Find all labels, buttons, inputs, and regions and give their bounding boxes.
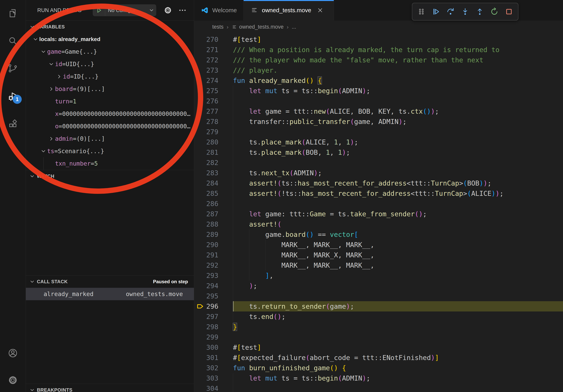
step-into-button[interactable] — [460, 5, 471, 18]
code-line[interactable]: 293 ], — [194, 270, 563, 281]
code-line[interactable]: 270#[test] — [194, 34, 563, 45]
extensions-icon[interactable] — [0, 114, 26, 133]
code-line[interactable]: 304 — [194, 383, 563, 392]
code-line[interactable]: 276 — [194, 96, 563, 106]
watch-pane-header[interactable]: WATCH — [26, 170, 194, 182]
code-line-content[interactable] — [233, 96, 563, 106]
line-number[interactable]: 273 — [194, 65, 233, 75]
variable-row[interactable]: x = 000000000000000000000000000000000000… — [26, 108, 194, 120]
code-line[interactable]: 301#[expected_failure(abort_code = ttt::… — [194, 353, 563, 363]
code-line-content[interactable] — [233, 198, 563, 209]
variable-row[interactable]: id = ID{...} — [26, 70, 194, 83]
code-line[interactable]: 292 MARK__, MARK__, MARK__, — [194, 260, 563, 270]
code-line[interactable]: 278 transfer::public_transfer(game, ADMI… — [194, 117, 563, 127]
continue-button[interactable] — [430, 5, 442, 18]
code-line[interactable]: 291 MARK__, MARK_X, MARK__, — [194, 250, 563, 260]
chevron-right-icon[interactable] — [48, 135, 55, 143]
code-line[interactable]: 297 ts.end(); — [194, 312, 563, 322]
code-line-content[interactable]: fun already_marked() { — [233, 75, 563, 86]
code-line[interactable]: 285 assert!(!ts::has_most_recent_for_add… — [194, 188, 563, 198]
chevron-right-icon[interactable] — [48, 85, 55, 93]
tab-welcome[interactable]: Welcome — [194, 0, 244, 21]
code-line-content[interactable]: #[test] — [233, 34, 563, 45]
stop-button[interactable] — [503, 5, 515, 18]
line-number[interactable]: 297 — [194, 312, 233, 322]
line-number[interactable]: 293 — [194, 270, 233, 281]
line-number[interactable]: 276 — [194, 96, 233, 106]
line-number[interactable]: 270 — [194, 34, 233, 45]
variable-row[interactable]: id = UID{...} — [26, 58, 194, 70]
code-line-content[interactable]: } — [233, 322, 563, 332]
code-line-content[interactable]: /// player. — [233, 65, 563, 75]
code-line-content[interactable]: /// the player who made the "false" move… — [233, 55, 563, 65]
tab-owned_tests-move[interactable]: owned_tests.move — [244, 0, 334, 21]
code-line[interactable]: 273/// player. — [194, 65, 563, 75]
line-number[interactable]: 281 — [194, 147, 233, 157]
line-number[interactable]: 291 — [194, 250, 233, 260]
code-line[interactable]: 281 ts.place_mark(BOB, 1, 1); — [194, 147, 563, 157]
code-line-content[interactable]: ts.end(); — [233, 312, 563, 322]
line-number[interactable]: 287 — [194, 209, 233, 219]
line-number[interactable]: 286 — [194, 198, 233, 209]
code-line[interactable]: 287 let game: ttt::Game = ts.take_from_s… — [194, 209, 563, 219]
code-line[interactable]: 288 assert!( — [194, 219, 563, 229]
chevron-down-icon[interactable] — [32, 36, 39, 43]
code-line[interactable]: 286 — [194, 198, 563, 209]
line-number[interactable]: 303 — [194, 373, 233, 383]
code-line[interactable]: 299 — [194, 332, 563, 342]
debug-settings-gear-icon[interactable] — [164, 6, 172, 15]
line-number[interactable]: 292 — [194, 260, 233, 270]
code-line-content[interactable]: let mut ts = ts::begin(ADMIN); — [233, 86, 563, 96]
variables-pane-header[interactable]: VARIABLES — [26, 21, 194, 33]
line-number[interactable]: 304 — [194, 383, 233, 392]
code-line[interactable]: 275 let mut ts = ts::begin(ADMIN); — [194, 86, 563, 96]
code-line-content[interactable]: ], — [233, 270, 563, 281]
variable-row[interactable]: board = (9)[...] — [26, 83, 194, 95]
line-number[interactable]: 277 — [194, 106, 233, 117]
code-line-content[interactable] — [233, 383, 563, 392]
code-line-content[interactable] — [233, 157, 563, 168]
code-line-content[interactable]: MARK__, MARK__, MARK__, — [233, 260, 563, 270]
line-number[interactable]: 285 — [194, 188, 233, 198]
variable-row[interactable]: o = 000000000000000000000000000000000000… — [26, 120, 194, 132]
account-icon[interactable] — [0, 344, 26, 363]
chevron-down-icon[interactable] — [40, 147, 47, 155]
explorer-icon[interactable] — [0, 4, 26, 23]
variable-row[interactable]: ts = Scenario{...} — [26, 145, 194, 157]
code-line[interactable]: 290 MARK__, MARK__, MARK__, — [194, 240, 563, 250]
code-line-content[interactable]: /// When a position is already marked, t… — [233, 45, 563, 55]
line-number[interactable]: 294 — [194, 281, 233, 291]
line-number[interactable]: 301 — [194, 353, 233, 363]
line-number[interactable]: 283 — [194, 168, 233, 178]
code-line-content[interactable]: assert!(!ts::has_most_recent_for_address… — [233, 188, 563, 198]
chevron-right-icon[interactable] — [55, 73, 63, 80]
code-line-content[interactable] — [233, 291, 563, 301]
step-over-button[interactable] — [445, 5, 456, 18]
code-line-content[interactable]: let game = ttt::new(ALICE, BOB, KEY, ts.… — [233, 106, 563, 117]
settings-gear-icon[interactable] — [0, 371, 26, 390]
line-number[interactable]: 300 — [194, 342, 233, 353]
variable-row[interactable]: turn = 1 — [26, 95, 194, 108]
drag-handle-button[interactable] — [416, 5, 427, 18]
code-line-content[interactable]: ); — [233, 281, 563, 291]
code-line[interactable]: 294 ); — [194, 281, 563, 291]
line-number[interactable]: 290 — [194, 240, 233, 250]
code-line-content[interactable]: MARK__, MARK_X, MARK__, — [233, 250, 563, 260]
line-number[interactable]: 278 — [194, 117, 233, 127]
source-control-icon[interactable] — [0, 59, 26, 78]
code-line-content[interactable]: assert!( — [233, 219, 563, 229]
line-number[interactable]: 284 — [194, 178, 233, 188]
line-number[interactable]: 274 — [194, 75, 233, 86]
code-line[interactable]: 295 — [194, 291, 563, 301]
start-debug-button[interactable] — [93, 4, 105, 16]
code-line[interactable]: 277 let game = ttt::new(ALICE, BOB, KEY,… — [194, 106, 563, 117]
code-line-content[interactable] — [233, 127, 563, 137]
call-stack-pane-header[interactable]: CALL STACK Paused on step — [26, 275, 194, 288]
code-line-content[interactable]: ts.next_tx(ADMIN); — [233, 168, 563, 178]
line-number[interactable]: 299 — [194, 332, 233, 342]
code-line[interactable]: 289 game.board() == vector[ — [194, 229, 563, 240]
code-line[interactable]: 300#[test] — [194, 342, 563, 353]
code-line-content[interactable]: game.board() == vector[ — [233, 229, 563, 240]
line-number[interactable]: 282 — [194, 157, 233, 168]
code-line[interactable]: 271/// When a position is already marked… — [194, 45, 563, 55]
